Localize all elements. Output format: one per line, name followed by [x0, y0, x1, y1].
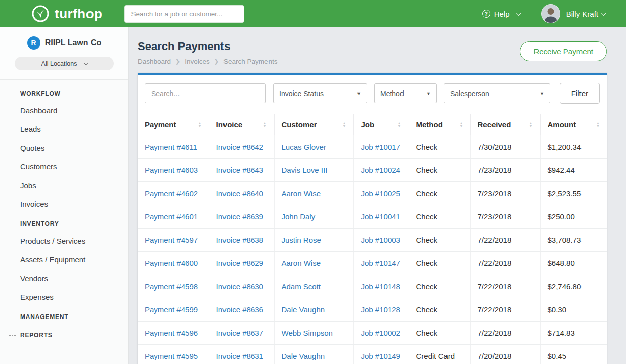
top-navbar: turfhop ? Help Billy Kraft [0, 0, 626, 27]
job-link[interactable]: Job #10148 [361, 282, 400, 291]
sidebar-item-dashboard[interactable]: Dashboard [0, 101, 128, 120]
global-search-input[interactable] [124, 5, 244, 23]
job-link[interactable]: Job #10003 [361, 236, 400, 244]
brand-logo[interactable]: turfhop [31, 5, 102, 23]
breadcrumb-dashboard[interactable]: Dashboard [138, 58, 171, 65]
customer-link[interactable]: Aaron Wise [282, 189, 321, 198]
salesperson-select[interactable]: Salesperson ▼ [444, 83, 550, 103]
nav-section-inventory: INVENTORY [0, 213, 128, 232]
sort-icon[interactable]: ▲▼ [460, 122, 463, 128]
job-link[interactable]: Job #10024 [361, 166, 400, 174]
cell-invoice: Invoice #8638 [209, 229, 274, 252]
sort-icon[interactable]: ▲▼ [343, 122, 346, 128]
sidebar-item-assets-equipment[interactable]: Assets / Equipment [0, 250, 128, 269]
payment-link[interactable]: Payment #4611 [145, 143, 197, 151]
cell-method: Check [409, 135, 470, 159]
payment-link[interactable]: Payment #4602 [145, 189, 198, 198]
main-content: Search Payments Dashboard ❯ Invoices ❯ S… [129, 27, 626, 364]
payment-link[interactable]: Payment #4600 [145, 259, 198, 267]
sort-icon[interactable]: ▲▼ [596, 122, 600, 128]
breadcrumb-invoices[interactable]: Invoices [185, 58, 210, 65]
filter-button[interactable]: Filter [560, 83, 600, 104]
customer-link[interactable]: Webb Simpson [282, 329, 333, 337]
help-menu[interactable]: ? Help [482, 10, 520, 18]
chevron-right-icon: ❯ [214, 58, 219, 65]
invoice-link[interactable]: Invoice #8637 [216, 329, 263, 337]
job-link[interactable]: Job #10147 [361, 259, 400, 267]
invoice-link[interactable]: Invoice #8638 [216, 236, 263, 244]
sidebar-item-invoices[interactable]: Invoices [0, 195, 128, 213]
column-header-invoice[interactable]: Invoice▲▼ [209, 114, 274, 135]
sort-icon[interactable]: ▲▼ [529, 122, 533, 128]
cell-invoice: Invoice #8642 [209, 135, 274, 159]
section-dash-icon [9, 224, 16, 224]
column-header-job[interactable]: Job▲▼ [353, 114, 409, 135]
payment-link[interactable]: Payment #4598 [145, 282, 198, 291]
sidebar-item-customers[interactable]: Customers [0, 157, 128, 176]
cell-amount: $648.80 [540, 252, 607, 275]
customer-link[interactable]: Dale Vaughn [282, 352, 325, 360]
payment-link[interactable]: Payment #4599 [145, 305, 198, 314]
payment-link[interactable]: Payment #4603 [145, 166, 198, 174]
cell-invoice: Invoice #8639 [209, 205, 274, 229]
chevron-down-icon [84, 61, 88, 65]
invoice-link[interactable]: Invoice #8639 [216, 212, 263, 221]
user-menu[interactable]: Billy Kraft [566, 10, 605, 18]
sidebar-item-products-services[interactable]: Products / Services [0, 232, 128, 250]
payment-link[interactable]: Payment #4601 [145, 212, 198, 221]
receive-payment-button[interactable]: Receive Payment [520, 41, 607, 61]
sort-icon[interactable]: ▲▼ [398, 122, 401, 128]
sidebar-item-jobs[interactable]: Jobs [0, 176, 128, 195]
user-avatar[interactable] [541, 4, 560, 23]
table-row: Payment #4598Invoice #8630Adam ScottJob … [138, 275, 607, 298]
customer-link[interactable]: Dale Vaughn [282, 305, 325, 314]
company-badge-icon: R [27, 36, 40, 50]
job-link[interactable]: Job #10149 [361, 352, 400, 360]
cell-received: 7/23/2018 [470, 159, 540, 182]
method-select[interactable]: Method ▼ [374, 83, 437, 103]
customer-link[interactable]: Aaron Wise [282, 259, 321, 267]
payment-link[interactable]: Payment #4596 [145, 329, 198, 337]
column-header-amount[interactable]: Amount▲▼ [540, 114, 607, 135]
job-link[interactable]: Job #10128 [361, 305, 400, 314]
table-row: Payment #4600Invoice #8629Aaron WiseJob … [138, 252, 607, 275]
column-header-payment[interactable]: Payment▲▼ [138, 114, 209, 135]
user-name: Billy Kraft [566, 10, 598, 18]
payment-link[interactable]: Payment #4595 [145, 352, 198, 360]
nav-section-label: MANAGEMENT [20, 313, 68, 321]
topbar-right-group: ? Help Billy Kraft [482, 4, 605, 23]
invoice-link[interactable]: Invoice #8636 [216, 305, 263, 314]
column-header-customer[interactable]: Customer▲▼ [274, 114, 353, 135]
invoice-link[interactable]: Invoice #8631 [216, 352, 263, 360]
customer-link[interactable]: Adam Scott [282, 282, 321, 291]
company-row[interactable]: R RIIPL Lawn Co [0, 36, 128, 50]
job-link[interactable]: Job #10002 [361, 329, 400, 337]
sidebar-item-leads[interactable]: Leads [0, 120, 128, 139]
job-link[interactable]: Job #10041 [361, 212, 400, 221]
sidebar-item-expenses[interactable]: Expenses [0, 288, 128, 306]
table-search-input[interactable] [145, 83, 266, 103]
sidebar-item-quotes[interactable]: Quotes [0, 139, 128, 157]
locations-dropdown[interactable]: All Locations [15, 57, 114, 70]
invoice-link[interactable]: Invoice #8642 [216, 143, 263, 151]
invoice-link[interactable]: Invoice #8629 [216, 259, 263, 267]
invoice-link[interactable]: Invoice #8640 [216, 189, 263, 198]
customer-link[interactable]: Lucas Glover [282, 143, 326, 151]
customer-link[interactable]: Davis Love III [282, 166, 328, 174]
sort-icon[interactable]: ▲▼ [198, 122, 202, 128]
job-link[interactable]: Job #10017 [361, 143, 400, 151]
invoice-link[interactable]: Invoice #8630 [216, 282, 263, 291]
column-header-method[interactable]: Method▲▼ [409, 114, 470, 135]
customer-link[interactable]: John Daly [282, 212, 316, 221]
sidebar-item-vendors[interactable]: Vendors [0, 269, 128, 288]
payment-link[interactable]: Payment #4597 [145, 236, 198, 244]
sort-icon[interactable]: ▲▼ [263, 122, 267, 128]
cell-amount: $714.83 [540, 322, 607, 345]
job-link[interactable]: Job #10025 [361, 189, 400, 198]
invoice-link[interactable]: Invoice #8643 [216, 166, 263, 174]
customer-link[interactable]: Justin Rose [282, 236, 321, 244]
invoice-status-select[interactable]: Invoice Status ▼ [273, 83, 367, 103]
column-header-received[interactable]: Received▲▼ [470, 114, 540, 135]
dropdown-arrow-icon: ▼ [356, 91, 361, 96]
dropdown-arrow-icon: ▼ [540, 91, 544, 96]
